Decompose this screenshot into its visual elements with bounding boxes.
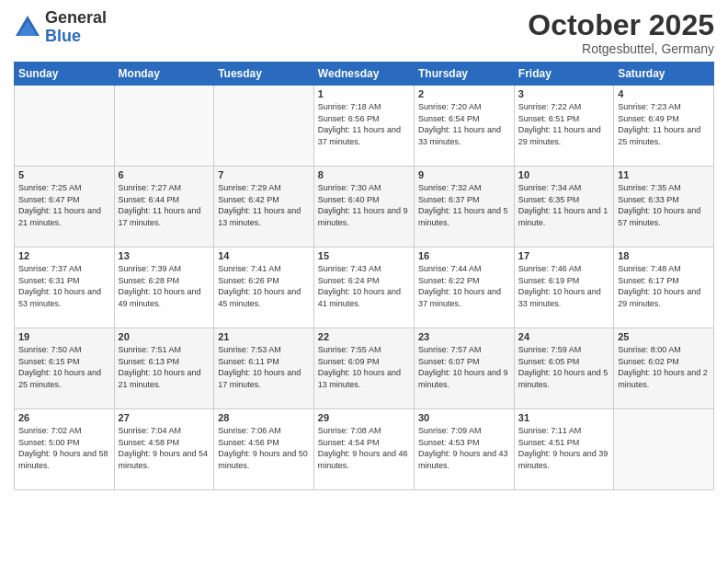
header-tuesday: Tuesday [214,63,314,86]
calendar-cell: 10Sunrise: 7:34 AMSunset: 6:35 PMDayligh… [514,167,613,247]
day-number: 19 [18,331,110,342]
day-info: Sunrise: 7:04 AMSunset: 4:58 PMDaylight:… [119,425,210,471]
day-number: 3 [518,88,609,99]
calendar-cell: 4Sunrise: 7:23 AMSunset: 6:49 PMDaylight… [614,86,714,167]
day-info: Sunrise: 7:23 AMSunset: 6:49 PMDaylight:… [618,101,710,147]
calendar-table: Sunday Monday Tuesday Wednesday Thursday… [14,62,714,490]
calendar-cell: 5Sunrise: 7:25 AMSunset: 6:47 PMDaylight… [15,167,115,247]
weekday-header-row: Sunday Monday Tuesday Wednesday Thursday… [15,63,714,86]
day-number: 8 [318,169,410,180]
calendar-cell: 18Sunrise: 7:48 AMSunset: 6:17 PMDayligh… [614,247,714,328]
calendar-cell [614,409,714,490]
day-info: Sunrise: 7:25 AMSunset: 6:47 PMDaylight:… [18,182,110,228]
calendar-cell: 22Sunrise: 7:55 AMSunset: 6:09 PMDayligh… [313,328,414,409]
header-thursday: Thursday [414,63,514,86]
day-info: Sunrise: 7:08 AMSunset: 4:54 PMDaylight:… [318,425,410,471]
day-number: 9 [418,169,510,180]
week-row-5: 26Sunrise: 7:02 AMSunset: 5:00 PMDayligh… [15,409,714,490]
day-number: 20 [119,331,210,342]
day-number: 26 [18,412,110,423]
day-number: 14 [218,250,310,261]
logo-text: General Blue [45,9,107,46]
day-number: 23 [418,331,510,342]
day-info: Sunrise: 7:18 AMSunset: 6:56 PMDaylight:… [318,101,410,147]
day-number: 22 [318,331,410,342]
day-number: 28 [218,412,310,423]
day-number: 21 [218,331,310,342]
day-info: Sunrise: 7:53 AMSunset: 6:11 PMDaylight:… [218,344,310,390]
day-info: Sunrise: 7:02 AMSunset: 5:00 PMDaylight:… [18,425,110,471]
day-info: Sunrise: 7:41 AMSunset: 6:26 PMDaylight:… [218,263,310,309]
header-saturday: Saturday [614,63,714,86]
day-info: Sunrise: 7:37 AMSunset: 6:31 PMDaylight:… [18,263,110,309]
day-number: 10 [518,169,609,180]
calendar-cell: 28Sunrise: 7:06 AMSunset: 4:56 PMDayligh… [214,409,314,490]
day-info: Sunrise: 7:43 AMSunset: 6:24 PMDaylight:… [318,263,410,309]
day-number: 16 [418,250,510,261]
day-info: Sunrise: 7:46 AMSunset: 6:19 PMDaylight:… [518,263,609,309]
calendar-cell: 27Sunrise: 7:04 AMSunset: 4:58 PMDayligh… [114,409,214,490]
logo: General Blue [14,9,107,46]
calendar-cell: 2Sunrise: 7:20 AMSunset: 6:54 PMDaylight… [414,86,514,167]
day-number: 7 [218,169,310,180]
day-info: Sunrise: 7:06 AMSunset: 4:56 PMDaylight:… [218,425,310,471]
day-number: 11 [618,169,710,180]
calendar-cell: 30Sunrise: 7:09 AMSunset: 4:53 PMDayligh… [414,409,514,490]
calendar-cell: 19Sunrise: 7:50 AMSunset: 6:15 PMDayligh… [15,328,115,409]
day-info: Sunrise: 7:27 AMSunset: 6:44 PMDaylight:… [119,182,210,228]
day-info: Sunrise: 7:59 AMSunset: 6:05 PMDaylight:… [518,344,609,390]
day-info: Sunrise: 7:35 AMSunset: 6:33 PMDaylight:… [618,182,710,228]
calendar-cell [15,86,115,167]
week-row-3: 12Sunrise: 7:37 AMSunset: 6:31 PMDayligh… [15,247,714,328]
day-number: 30 [418,412,510,423]
calendar-cell: 16Sunrise: 7:44 AMSunset: 6:22 PMDayligh… [414,247,514,328]
day-number: 24 [518,331,609,342]
header-monday: Monday [114,63,214,86]
day-number: 13 [119,250,210,261]
day-info: Sunrise: 8:00 AMSunset: 6:02 PMDaylight:… [618,344,710,390]
calendar-cell: 21Sunrise: 7:53 AMSunset: 6:11 PMDayligh… [214,328,314,409]
calendar-cell: 15Sunrise: 7:43 AMSunset: 6:24 PMDayligh… [313,247,414,328]
calendar-cell: 20Sunrise: 7:51 AMSunset: 6:13 PMDayligh… [114,328,214,409]
day-number: 25 [618,331,710,342]
day-info: Sunrise: 7:55 AMSunset: 6:09 PMDaylight:… [318,344,410,390]
calendar-cell: 14Sunrise: 7:41 AMSunset: 6:26 PMDayligh… [214,247,314,328]
day-info: Sunrise: 7:39 AMSunset: 6:28 PMDaylight:… [119,263,210,309]
calendar-cell [114,86,214,167]
header: General Blue October 2025 Rotgesbuttel, … [14,9,714,56]
day-info: Sunrise: 7:20 AMSunset: 6:54 PMDaylight:… [418,101,510,147]
day-info: Sunrise: 7:29 AMSunset: 6:42 PMDaylight:… [218,182,310,228]
title-area: October 2025 Rotgesbuttel, Germany [528,9,714,56]
day-number: 29 [318,412,410,423]
month-title: October 2025 [528,9,714,41]
calendar-cell [214,86,314,167]
calendar-cell: 13Sunrise: 7:39 AMSunset: 6:28 PMDayligh… [114,247,214,328]
day-number: 31 [518,412,609,423]
calendar-cell: 7Sunrise: 7:29 AMSunset: 6:42 PMDaylight… [214,167,314,247]
logo-icon [14,14,41,41]
page-container: General Blue October 2025 Rotgesbuttel, … [0,0,728,495]
day-number: 15 [318,250,410,261]
calendar-cell: 29Sunrise: 7:08 AMSunset: 4:54 PMDayligh… [313,409,414,490]
day-info: Sunrise: 7:57 AMSunset: 6:07 PMDaylight:… [418,344,510,390]
day-info: Sunrise: 7:09 AMSunset: 4:53 PMDaylight:… [418,425,510,471]
calendar-cell: 24Sunrise: 7:59 AMSunset: 6:05 PMDayligh… [514,328,613,409]
header-wednesday: Wednesday [313,63,414,86]
calendar-cell: 25Sunrise: 8:00 AMSunset: 6:02 PMDayligh… [614,328,714,409]
week-row-2: 5Sunrise: 7:25 AMSunset: 6:47 PMDaylight… [15,167,714,247]
header-sunday: Sunday [15,63,115,86]
calendar-cell: 26Sunrise: 7:02 AMSunset: 5:00 PMDayligh… [15,409,115,490]
day-info: Sunrise: 7:48 AMSunset: 6:17 PMDaylight:… [618,263,710,309]
day-number: 12 [18,250,110,261]
day-number: 27 [119,412,210,423]
calendar-cell: 23Sunrise: 7:57 AMSunset: 6:07 PMDayligh… [414,328,514,409]
location: Rotgesbuttel, Germany [528,41,714,56]
calendar-cell: 11Sunrise: 7:35 AMSunset: 6:33 PMDayligh… [614,167,714,247]
calendar-cell: 6Sunrise: 7:27 AMSunset: 6:44 PMDaylight… [114,167,214,247]
calendar-cell: 9Sunrise: 7:32 AMSunset: 6:37 PMDaylight… [414,167,514,247]
calendar-cell: 12Sunrise: 7:37 AMSunset: 6:31 PMDayligh… [15,247,115,328]
calendar-cell: 31Sunrise: 7:11 AMSunset: 4:51 PMDayligh… [514,409,613,490]
day-info: Sunrise: 7:11 AMSunset: 4:51 PMDaylight:… [518,425,609,471]
logo-general-text: General [45,9,107,28]
day-number: 1 [318,88,410,99]
